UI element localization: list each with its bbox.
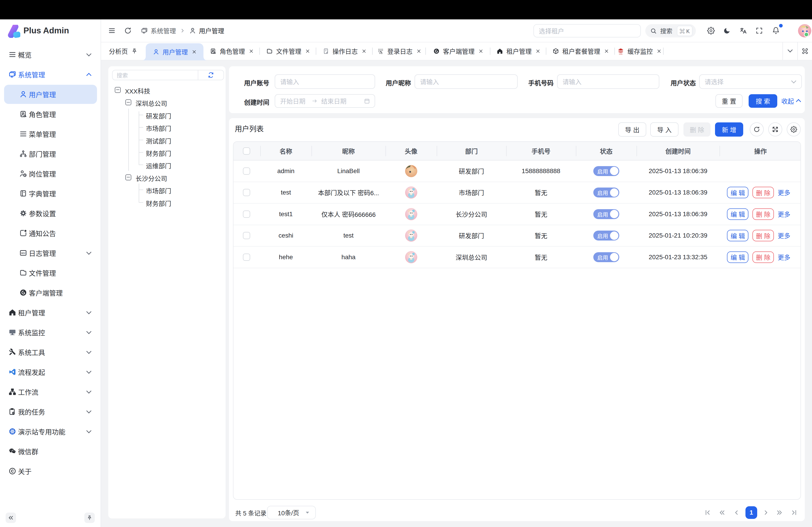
svg-text:DEV: DEV bbox=[21, 252, 26, 254]
svg-text:redis: redis bbox=[619, 53, 623, 55]
